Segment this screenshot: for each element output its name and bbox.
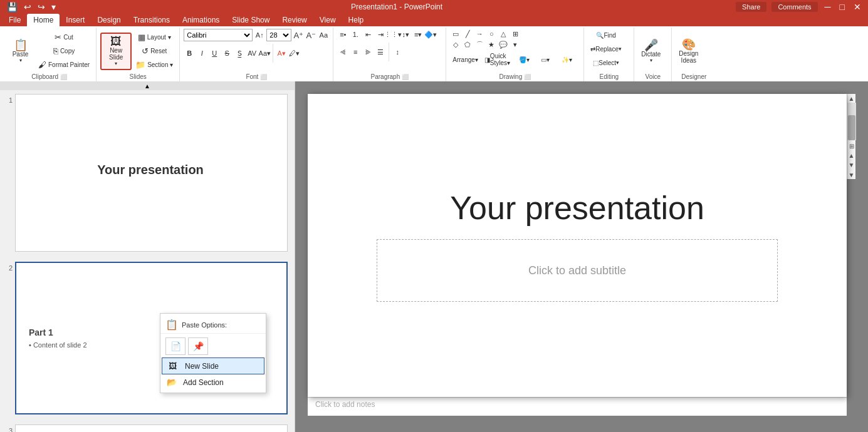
section-icon: 📁 bbox=[135, 61, 145, 69]
decrease-indent-button[interactable]: ⇤ bbox=[362, 29, 374, 40]
slide-thumbnail-3[interactable]: Part 1 bbox=[15, 424, 288, 432]
section-button[interactable]: 📁 Section ▾ bbox=[133, 59, 175, 71]
scroll-fit-icon[interactable]: ⊞ bbox=[847, 141, 856, 150]
tab-help[interactable]: Help bbox=[342, 14, 370, 26]
shape-rect[interactable]: ▭ bbox=[450, 29, 461, 39]
tab-insert[interactable]: Insert bbox=[60, 14, 91, 26]
italic-button[interactable]: I bbox=[196, 48, 207, 59]
tab-slideshow[interactable]: Slide Show bbox=[226, 14, 276, 26]
shape-down[interactable]: ▾ bbox=[510, 39, 521, 49]
canvas-subtitle-box[interactable]: Click to add subtitle bbox=[377, 239, 778, 302]
align-center-button[interactable]: ≡ bbox=[350, 46, 361, 58]
find-button[interactable]: 🔍 Find bbox=[593, 29, 618, 41]
quick-styles-button[interactable]: ◨ QuickStyles▾ bbox=[482, 52, 513, 67]
cut-button[interactable]: ✂ Cut bbox=[36, 31, 92, 44]
tab-transitions[interactable]: Transitions bbox=[127, 14, 176, 26]
clear-formatting-button[interactable]: Aa bbox=[318, 29, 329, 41]
shadow-button[interactable]: S̲ bbox=[234, 48, 245, 59]
shape-oval[interactable]: ○ bbox=[486, 29, 497, 39]
maximize-button[interactable]: □ bbox=[838, 1, 847, 13]
paragraph-dialog-icon[interactable]: ⬜ bbox=[402, 74, 409, 80]
context-add-section[interactable]: 📂 Add Section bbox=[160, 374, 266, 390]
drawing-dialog-icon[interactable]: ⬜ bbox=[524, 74, 531, 80]
tab-review[interactable]: Review bbox=[276, 14, 313, 26]
highlight-color-button[interactable]: 🖊▾ bbox=[288, 48, 300, 59]
minimize-button[interactable]: ─ bbox=[823, 1, 833, 13]
scroll-thumb[interactable] bbox=[848, 115, 855, 140]
align-left-button[interactable]: ⫷ bbox=[337, 46, 348, 58]
align-right-button[interactable]: ⫸ bbox=[362, 46, 374, 58]
justify-button[interactable]: ☰ bbox=[375, 46, 386, 58]
shape-penta[interactable]: ⬠ bbox=[462, 39, 473, 49]
align-text-button[interactable]: ≡▾ bbox=[412, 29, 424, 40]
share-button[interactable]: Share bbox=[736, 2, 766, 12]
arrange-button[interactable]: Arrange▾ bbox=[450, 53, 481, 66]
panel-scroll-up[interactable]: ▲ bbox=[0, 81, 295, 90]
columns-button[interactable]: ⋮⋮▾ bbox=[387, 29, 399, 40]
shape-curve[interactable]: ⌒ bbox=[474, 39, 485, 49]
bold-button[interactable]: B bbox=[184, 48, 195, 59]
paste-opt-1[interactable]: 📄 bbox=[165, 337, 186, 355]
layout-button[interactable]: ▦ Layout ▾ bbox=[133, 31, 175, 44]
scroll-prev-slide[interactable]: ▲ bbox=[847, 151, 856, 160]
scroll-down-arrow[interactable]: ▼ bbox=[847, 170, 856, 179]
new-slide-button[interactable]: 🖼 NewSlide ▾ bbox=[100, 33, 132, 70]
save-button[interactable]: 💾 bbox=[5, 1, 19, 13]
font-size-decrease-icon[interactable]: A↑ bbox=[254, 29, 265, 41]
customize-qat-button[interactable]: ▾ bbox=[50, 1, 58, 13]
new-slide-context-label: New Slide bbox=[185, 362, 219, 371]
smartart-button[interactable]: 🔷▾ bbox=[425, 29, 436, 40]
font-size-select[interactable]: 28 bbox=[266, 29, 291, 41]
notes-bar[interactable]: Click to add notes bbox=[308, 397, 847, 416]
paste-button[interactable]: 📋 Paste ▾ bbox=[6, 33, 34, 70]
font-name-select[interactable]: Calibri bbox=[184, 29, 253, 41]
shape-tri[interactable]: △ bbox=[498, 29, 509, 39]
strikethrough-button[interactable]: S bbox=[221, 48, 233, 59]
text-direction-button[interactable]: ↕▾ bbox=[400, 29, 411, 40]
select-button[interactable]: ⬚ Select ▾ bbox=[590, 56, 622, 69]
shape-fill-button[interactable]: 🪣▾ bbox=[514, 53, 534, 66]
shape-effects-button[interactable]: ✨▾ bbox=[557, 53, 577, 66]
copy-button[interactable]: ⎘ Copy bbox=[36, 45, 92, 58]
numbering-button[interactable]: 1. bbox=[350, 29, 361, 40]
line-spacing-button[interactable]: ↕ bbox=[392, 46, 403, 58]
font-size-shrink-button[interactable]: A⁻ bbox=[305, 29, 316, 41]
dictate-button[interactable]: 🎤 Dictate ▾ bbox=[638, 33, 664, 70]
shape-diamond[interactable]: ◇ bbox=[450, 39, 461, 49]
shape-line[interactable]: ╱ bbox=[462, 29, 473, 39]
tab-design[interactable]: Design bbox=[91, 14, 127, 26]
format-painter-button[interactable]: 🖌 Format Painter bbox=[36, 59, 92, 71]
font-color-button[interactable]: A▾ bbox=[276, 48, 287, 59]
scroll-next-slide[interactable]: ▼ bbox=[847, 160, 856, 169]
tab-animations[interactable]: Animations bbox=[176, 14, 226, 26]
canvas-scrollbar: ▲ ⊞ ▲ ▼ ▼ bbox=[847, 94, 855, 179]
shape-star[interactable]: ★ bbox=[486, 39, 497, 49]
redo-button[interactable]: ↪ bbox=[36, 1, 47, 13]
shape-more[interactable]: ⊞ bbox=[510, 29, 521, 39]
character-spacing-button[interactable]: AV bbox=[246, 48, 258, 59]
paste-opt-2[interactable]: 📌 bbox=[188, 337, 208, 355]
slide-canvas[interactable]: Your presentation Click to add subtitle bbox=[308, 94, 847, 397]
context-new-slide[interactable]: 🖼 New Slide bbox=[162, 357, 264, 374]
tab-home[interactable]: Home bbox=[27, 14, 60, 26]
comments-button[interactable]: Comments bbox=[771, 2, 817, 12]
font-dialog-icon[interactable]: ⬜ bbox=[260, 74, 267, 80]
undo-button[interactable]: ↩ bbox=[22, 1, 33, 13]
underline-button[interactable]: U bbox=[209, 48, 220, 59]
font-size-grow-button[interactable]: A⁺ bbox=[293, 29, 304, 41]
design-ideas-button[interactable]: 🎨 Design Ideas bbox=[676, 33, 701, 70]
shape-outline-button[interactable]: ▭▾ bbox=[535, 53, 555, 66]
clipboard-dialog-icon[interactable]: ⬜ bbox=[60, 74, 67, 80]
clipboard-label: Clipboard ⬜ bbox=[6, 73, 92, 81]
scroll-up-arrow[interactable]: ▲ bbox=[847, 94, 856, 103]
close-button[interactable]: ✕ bbox=[852, 1, 863, 13]
tab-file[interactable]: File bbox=[3, 14, 27, 26]
bullets-button[interactable]: ≡• bbox=[337, 29, 348, 40]
shape-arrow[interactable]: → bbox=[474, 29, 485, 39]
tab-view[interactable]: View bbox=[313, 14, 342, 26]
replace-button[interactable]: ⇄ Replace ▾ bbox=[588, 43, 624, 55]
change-case-button[interactable]: Aa▾ bbox=[259, 48, 270, 59]
slide-thumbnail-1[interactable]: Your presentation bbox=[15, 94, 288, 252]
shape-callout[interactable]: 💬 bbox=[498, 39, 509, 49]
reset-button[interactable]: ↺ Reset bbox=[133, 45, 175, 58]
